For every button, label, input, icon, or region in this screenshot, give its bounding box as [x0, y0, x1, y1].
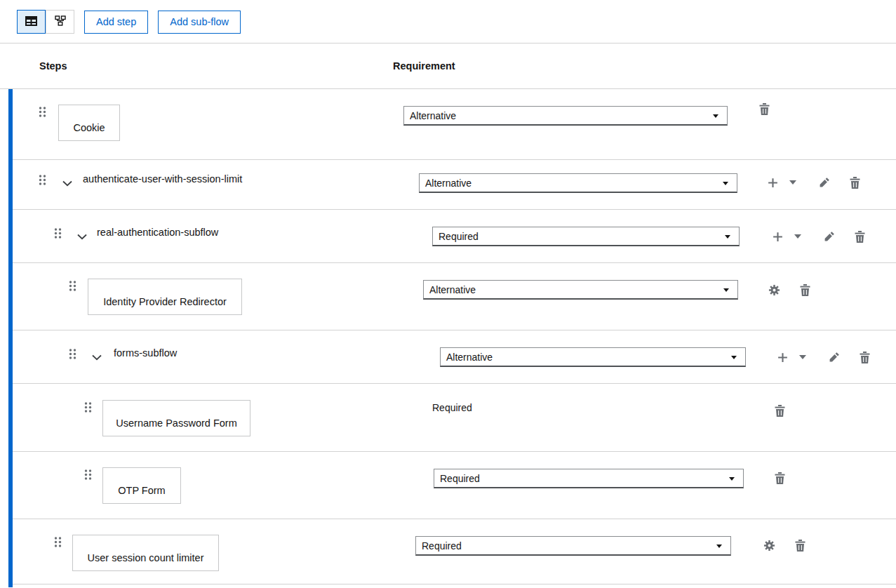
requirement-select[interactable]: Alternative: [419, 173, 737, 193]
select-caret-icon: [731, 356, 737, 359]
requirement-select[interactable]: Required: [434, 469, 744, 488]
add-subflow-button[interactable]: Add sub-flow: [158, 11, 241, 34]
step-name: Username Password Form: [116, 417, 236, 429]
drag-handle-icon[interactable]: [38, 106, 47, 118]
table-header: Steps Requirement: [0, 44, 896, 89]
caret-down-icon[interactable]: [796, 351, 809, 363]
plus-icon[interactable]: [771, 230, 784, 243]
view-toggle-group: [17, 10, 74, 34]
table-view-toggle[interactable]: [17, 10, 46, 34]
subflow-name: authenticate-user-with-session-limit: [83, 173, 242, 185]
step-card: User session count limiter: [72, 535, 219, 571]
gear-icon[interactable]: [768, 283, 780, 296]
row-actions: [771, 230, 866, 243]
diagram-view-icon: [55, 15, 66, 28]
requirement-value: Required: [440, 473, 480, 484]
flow-toolbar: Add step Add sub-flow: [0, 0, 896, 34]
trash-icon[interactable]: [773, 472, 786, 484]
drag-handle-icon[interactable]: [68, 280, 77, 292]
subflow-name: real-authentication-subflow: [97, 227, 218, 238]
step-name: Cookie: [73, 122, 105, 133]
requirement-value: Alternative: [410, 110, 456, 121]
requirement-value: Required: [422, 540, 462, 552]
requirement-select[interactable]: Required: [415, 536, 731, 556]
requirement-value: Alternative: [425, 178, 472, 189]
trash-icon[interactable]: [853, 230, 866, 243]
select-caret-icon: [723, 288, 729, 292]
step-card: Cookie: [58, 105, 120, 141]
requirement-select[interactable]: Alternative: [403, 106, 728, 126]
step-name: Identity Provider Redirector: [103, 296, 227, 307]
requirement-value: Required: [432, 402, 472, 413]
plus-icon[interactable]: [776, 351, 789, 363]
select-caret-icon: [723, 182, 728, 185]
chevron-down-icon[interactable]: [62, 177, 72, 183]
drag-handle-icon[interactable]: [83, 469, 93, 481]
flow-row-authenticate-user-with-session-limit: authenticate-user-with-session-limit Alt…: [13, 160, 896, 210]
requirement-select[interactable]: Alternative: [440, 347, 746, 367]
flow-row-real-authentication-subflow: real-authentication-subflow Required: [13, 210, 896, 263]
add-step-button[interactable]: Add step: [84, 11, 148, 34]
requirement-value: Required: [439, 231, 479, 242]
flow-row-user-session-count-limiter: User session count limiter Required: [13, 519, 896, 584]
row-actions: [776, 351, 871, 363]
trash-icon[interactable]: [758, 102, 770, 115]
caret-down-icon[interactable]: [791, 230, 804, 243]
flow-row-identity-provider-redirector: Identity Provider Redirector Alternative: [13, 263, 896, 330]
flow-row-otp-form: OTP Form Required: [13, 452, 896, 519]
drag-handle-icon[interactable]: [53, 227, 62, 239]
select-caret-icon: [729, 477, 735, 481]
drag-handle-icon[interactable]: [83, 401, 93, 413]
step-card: Username Password Form: [102, 400, 250, 436]
flow-rows: Cookie Alternative authenticate-user-wit…: [8, 89, 896, 587]
flow-row-username-password-form: Username Password Form Required: [13, 384, 896, 452]
trash-icon[interactable]: [848, 176, 861, 189]
chevron-down-icon[interactable]: [92, 351, 102, 357]
gear-icon[interactable]: [763, 539, 775, 552]
row-actions: [758, 102, 770, 115]
drag-handle-icon[interactable]: [53, 536, 62, 548]
requirement-select[interactable]: Alternative: [423, 280, 738, 300]
flow-row-cookie: Cookie Alternative: [13, 89, 896, 160]
select-caret-icon: [716, 544, 722, 548]
trash-icon[interactable]: [858, 351, 871, 363]
trash-icon[interactable]: [773, 404, 786, 417]
step-name: OTP Form: [118, 485, 165, 496]
pencil-icon[interactable]: [828, 351, 841, 363]
row-actions: [773, 404, 786, 417]
requirement-select[interactable]: Required: [432, 227, 740, 246]
row-actions: [768, 283, 811, 296]
pencil-icon[interactable]: [823, 230, 836, 243]
column-header-steps: Steps: [39, 60, 67, 72]
requirement-value: Alternative: [429, 284, 476, 295]
pencil-icon[interactable]: [818, 176, 831, 189]
chevron-down-icon[interactable]: [77, 230, 87, 236]
plus-icon[interactable]: [766, 176, 779, 189]
row-actions: [763, 539, 806, 552]
subflow-name: forms-subflow: [114, 347, 177, 359]
caret-down-icon[interactable]: [787, 176, 799, 189]
row-actions: [766, 176, 861, 189]
flow-row-forms-subflow: forms-subflow Alternative: [13, 330, 896, 384]
drag-handle-icon[interactable]: [68, 348, 77, 360]
table-view-icon: [25, 16, 37, 28]
row-actions: [773, 472, 786, 484]
select-caret-icon: [713, 114, 718, 118]
drag-handle-icon[interactable]: [38, 174, 47, 186]
select-caret-icon: [725, 235, 730, 239]
step-card: Identity Provider Redirector: [88, 279, 242, 315]
step-card: OTP Form: [102, 467, 181, 504]
diagram-view-toggle[interactable]: [46, 10, 74, 34]
step-name: User session count limiter: [88, 552, 204, 563]
requirement-value: Alternative: [446, 352, 493, 363]
trash-icon[interactable]: [794, 539, 806, 552]
trash-icon[interactable]: [798, 283, 811, 296]
column-header-requirement: Requirement: [393, 60, 455, 72]
